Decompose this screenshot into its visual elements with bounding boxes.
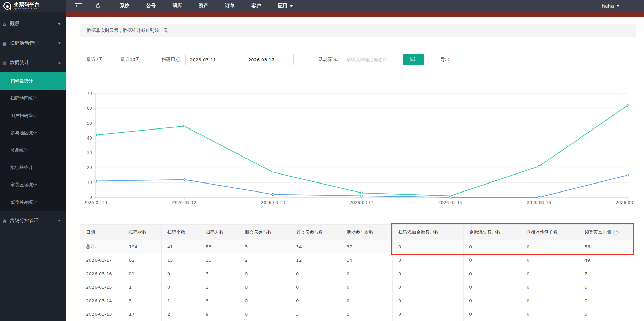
column-header-企微流失客户数: 企微流失客户数 xyxy=(464,225,521,240)
table-cell: 0 xyxy=(579,294,633,307)
nav-item-客户[interactable]: 客户 xyxy=(243,0,269,12)
table-cell: 0 xyxy=(393,253,464,267)
table-cell: 37 xyxy=(341,240,393,253)
sidebar-subitem-参与地区统计[interactable]: 参与地区统计 xyxy=(0,124,66,142)
nav-item-label: 公号 xyxy=(146,3,156,9)
data-point-扫码个数 xyxy=(95,180,97,182)
table-cell: 0 xyxy=(393,280,464,294)
table-cell: 3 xyxy=(123,294,162,307)
refresh-icon[interactable] xyxy=(92,0,104,12)
table-cell: 194 xyxy=(123,240,162,253)
table-cell: 2026-03-16 xyxy=(80,267,123,280)
table-cell: 0 xyxy=(393,294,464,307)
table-cell: 0 xyxy=(464,294,521,307)
activity-name-input[interactable] xyxy=(342,54,392,65)
table-cell: 0 xyxy=(579,307,633,321)
sidebar-subitem-扫码地区统计[interactable]: 扫码地区统计 xyxy=(0,90,66,107)
x-tick-label: 2026-03-13 xyxy=(261,200,285,205)
table-cell: 0 xyxy=(393,240,464,253)
nav-item-应用[interactable]: 应用 xyxy=(269,0,301,12)
user-menu[interactable]: haha xyxy=(595,3,644,9)
table-cell: 0 xyxy=(393,267,464,280)
nav-item-公号[interactable]: 公号 xyxy=(138,0,164,12)
sidebar-subitem-窜货商品统计[interactable]: 窜货商品统计 xyxy=(0,194,66,211)
date-from-input[interactable] xyxy=(185,54,235,65)
x-tick-label: 2026-03-14 xyxy=(350,200,374,205)
y-tick-label: 40 xyxy=(87,136,92,141)
sidebar-item-扫码活动管理[interactable]: ▣扫码活动管理 xyxy=(0,34,66,53)
nav-menu: 系统公号码库资产订单客户应用 xyxy=(111,0,301,12)
last-30-days-button[interactable]: 最近30天 xyxy=(114,54,146,65)
menu-collapse-icon[interactable] xyxy=(73,0,84,12)
activity-filter-label: 活动筛选: xyxy=(319,56,338,63)
line-series-扫码次数 xyxy=(96,105,628,196)
table-cell: 0 xyxy=(290,294,341,307)
table-cell: 2 xyxy=(162,307,200,321)
table-cell: 17 xyxy=(123,307,162,321)
chart-svg: 0102030405060702026-03-112026-03-122026-… xyxy=(80,87,634,208)
table-row: 2026-03-143130000000 xyxy=(80,294,633,307)
nav-item-label: 客户 xyxy=(251,3,261,9)
column-header-日期: 日期 xyxy=(80,225,123,240)
table-cell: 2026-03-13 xyxy=(80,307,123,321)
nav-item-资产[interactable]: 资产 xyxy=(190,0,217,12)
sidebar-item-营销分控管理[interactable]: ◉营销分控管理 xyxy=(0,211,66,230)
sidebar-subitem-排行榜统计[interactable]: 排行榜统计 xyxy=(0,159,66,176)
table-row: 2026-03-1621070000007 xyxy=(80,267,633,280)
nav-item-label: 资产 xyxy=(199,3,208,9)
home-icon: ⌂ xyxy=(2,21,7,27)
table-cell: 0 xyxy=(464,280,521,294)
table-cell: 0 xyxy=(341,294,393,307)
x-tick-label: 2026-03-15 xyxy=(438,200,463,205)
table-cell: 0 xyxy=(162,280,200,294)
filter-bar: 最近7天 最近30天 扫码日期: - 活动筛选: 统计 导出 xyxy=(80,54,456,65)
export-button[interactable]: 导出 xyxy=(434,54,456,65)
column-header-活动参与次数: 活动参与次数 xyxy=(341,225,393,240)
column-header-label: 老会员参与数 xyxy=(296,230,323,235)
x-tick-label: 2026-03-16 xyxy=(527,200,551,205)
sidebar-item-概况[interactable]: ⌂概况 xyxy=(0,14,66,34)
nav-item-系统[interactable]: 系统 xyxy=(111,0,138,12)
x-tick-label: 2026-03-11 xyxy=(83,200,108,205)
table-cell: 21 xyxy=(123,267,162,280)
sidebar-item-数据统计[interactable]: ▥数据统计 xyxy=(0,53,66,72)
table-cell: 0 xyxy=(521,267,579,280)
column-header-label: 活动参与次数 xyxy=(347,230,374,235)
table-cell: 41 xyxy=(162,240,200,253)
sidebar-subitem-奖品统计[interactable]: 奖品统计 xyxy=(0,142,66,159)
app-logo[interactable]: e 企鹅码平台 QIEMAPINGTAI xyxy=(0,0,66,12)
last-7-days-button[interactable]: 最近7天 xyxy=(80,54,109,65)
sidebar-subitem-扫码量统计[interactable]: 扫码量统计 xyxy=(0,72,66,90)
y-tick-label: 50 xyxy=(87,121,92,126)
statistics-button[interactable]: 统计 xyxy=(403,54,424,65)
sidebar-submenu: 扫码量统计扫码地区统计用户扫码统计参与地区统计奖品统计排行榜统计窜货区域统计窜货… xyxy=(0,72,66,211)
table-cell: 49 xyxy=(579,253,633,267)
table-row: 2026-03-151010000000 xyxy=(80,280,633,294)
sidebar: ⌂概况▣扫码活动管理▥数据统计扫码量统计扫码地区统计用户扫码统计参与地区统计奖品… xyxy=(0,12,66,321)
notification-strip xyxy=(66,12,644,17)
table-cell: 2026-03-14 xyxy=(80,294,123,307)
column-header-label: 扫码人数 xyxy=(206,230,224,235)
nav-item-码库[interactable]: 码库 xyxy=(164,0,190,12)
username: haha xyxy=(602,3,614,9)
table-cell: 15 xyxy=(200,253,239,267)
sidebar-subitem-用户扫码统计[interactable]: 用户扫码统计 xyxy=(0,107,66,124)
sidebar-item-label: 数据统计 xyxy=(10,60,29,66)
help-icon[interactable]: ? xyxy=(613,230,619,235)
scan-volume-line-chart: 0102030405060702026-03-112026-03-122026-… xyxy=(80,87,634,208)
top-navbar: e 企鹅码平台 QIEMAPINGTAI 系统公号码库资产订单客户应用 haha xyxy=(0,0,644,12)
table-row: 2026-03-1317280330000 xyxy=(80,307,633,321)
table-cell: 0 xyxy=(521,307,579,321)
marketing-icon: ◉ xyxy=(2,218,7,223)
table-cell: 0 xyxy=(521,253,579,267)
sidebar-subitem-窜货区域统计[interactable]: 窜货区域统计 xyxy=(0,176,66,194)
nav-item-订单[interactable]: 订单 xyxy=(217,0,243,12)
data-point-扫码次数 xyxy=(183,125,185,127)
data-point-扫码次数 xyxy=(95,134,97,136)
date-to-input[interactable] xyxy=(244,54,294,65)
column-header-label: 扫码次数 xyxy=(129,230,147,235)
table-cell: 3 xyxy=(239,240,290,253)
table-cell: 0 xyxy=(579,280,633,294)
table-cell: 0 xyxy=(464,267,521,280)
stats-table-wrap: 日期扫码次数扫码个数扫码人数新会员参与数老会员参与数活动参与次数扫码添加企微客户… xyxy=(80,224,633,321)
